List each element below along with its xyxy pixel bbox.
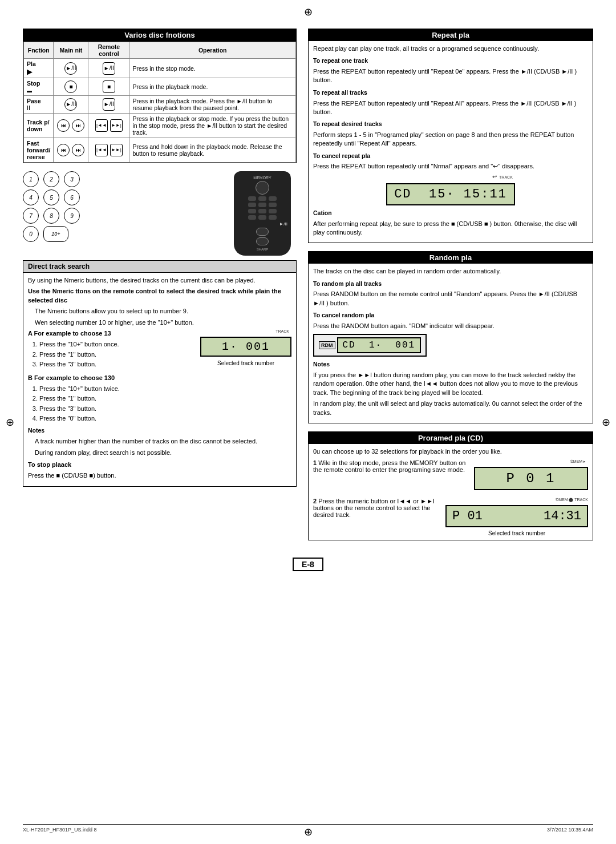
track-label: TRACK bbox=[200, 329, 289, 333]
repeat-intro: Repeat play can play one track, all trac… bbox=[313, 45, 588, 53]
op-pause: Press in the playback mode. Press the ►/… bbox=[129, 96, 296, 114]
func-ff: Fastforward/reerse bbox=[24, 138, 54, 163]
example-a-step-1: Press the "10+" button once. bbox=[39, 340, 191, 349]
ff-next-remote: ►►| bbox=[110, 144, 123, 156]
num-btn-10plus[interactable]: 10+ bbox=[43, 226, 68, 242]
random-notes-text: If you press the ►►I button during rando… bbox=[313, 371, 588, 397]
dts-lcd-area: TRACK 1· 001 Selected track number bbox=[200, 329, 291, 366]
dts-bold-instruction: Use the Nmeric ttons on the remote contr… bbox=[28, 287, 291, 305]
track-next-remote: ►►| bbox=[110, 119, 123, 132]
remote-small-btn-2 bbox=[258, 196, 266, 201]
main-stop: ■ bbox=[54, 78, 88, 96]
numpad-area: 1 2 3 4 5 6 7 8 9 0 bbox=[23, 171, 228, 244]
num-btn-8[interactable]: 8 bbox=[43, 208, 59, 224]
main-pause: ►/II bbox=[54, 96, 88, 114]
random-section: Random pla The tracks on the disc can be… bbox=[308, 251, 593, 423]
disc-functions-section: Varios disc fnotions Fnction Main nit Re… bbox=[23, 29, 297, 163]
prog-step2-text: Press the numeric button or I◄◄ or ►►I b… bbox=[313, 498, 435, 518]
page-num-row: E-8 bbox=[23, 553, 593, 576]
example-a-title: A For example to choose 13 bbox=[28, 329, 191, 338]
ff-next-main: ⏭ bbox=[72, 144, 84, 156]
play-main-btn: ►/II bbox=[64, 62, 77, 75]
repeat-one-text: Press the REPEAT button repeatedly until… bbox=[313, 67, 588, 85]
direct-track-search-header: Direct track search bbox=[23, 261, 296, 273]
example-b-step-3: Press the "3" button. bbox=[39, 405, 291, 413]
num-btn-1[interactable]: 1 bbox=[23, 171, 39, 187]
random-body: The tracks on the disc can be played in … bbox=[309, 264, 593, 423]
col-function: Fnction bbox=[24, 42, 54, 59]
remote-btn-row-2 bbox=[237, 203, 287, 207]
remote-memory-btn bbox=[256, 181, 269, 195]
page-outer: Varios disc fnotions Fnction Main nit Re… bbox=[0, 0, 616, 844]
remote-ff: |◄◄ ►►| bbox=[88, 138, 129, 163]
random-notes-title: Notes bbox=[313, 360, 588, 369]
ff-prev-main: ⏮ bbox=[57, 144, 70, 156]
prog-lcd1: P 0 1 bbox=[474, 467, 588, 490]
dts-note1: The Nmeric buttons allow you to select u… bbox=[28, 307, 291, 316]
remote-area: 1 2 3 4 5 6 7 8 9 0 bbox=[23, 171, 297, 256]
repeat-lcd-display: CD 15· 15:11 bbox=[386, 183, 515, 205]
random-notes-text-2: In random play, the unit will select and… bbox=[313, 399, 588, 417]
repeat-cancel-text: Press the REPEAT button repeatedly until… bbox=[313, 162, 588, 171]
col-main: Main nit bbox=[54, 42, 88, 59]
rdm-display-area: RDM CD 1· 001 bbox=[313, 334, 588, 357]
func-play: Pla ▶ bbox=[24, 59, 54, 78]
repeat-one-title: To repeat one track bbox=[313, 56, 588, 65]
num-btn-9[interactable]: 9 bbox=[64, 208, 80, 224]
func-track: Track p/down bbox=[24, 114, 54, 138]
remote-small-btn-3 bbox=[269, 196, 277, 201]
num-btn-7[interactable]: 7 bbox=[23, 208, 39, 224]
num-btn-0[interactable]: 0 bbox=[23, 226, 39, 242]
prog-step2-text-area: 2 Press the numeric button or I◄◄ or ►►I… bbox=[313, 498, 439, 518]
track-next-main: ⏭ bbox=[72, 119, 84, 132]
remote-play: ►/II bbox=[88, 59, 129, 78]
note-2: During random play, direct search is not… bbox=[28, 449, 291, 457]
random-cancel-title: To cancel random pla bbox=[313, 311, 588, 320]
table-row: Fastforward/reerse ⏮ ⏭ |◄◄ bbox=[24, 138, 296, 163]
note-1: A track number higher than the number of… bbox=[28, 437, 291, 446]
col-operation: Operation bbox=[129, 42, 296, 59]
dts-intro: By using the Nmeric buttons, the desired… bbox=[28, 276, 291, 285]
op-ff: Press and hold down in the playback mode… bbox=[129, 138, 296, 163]
remote-track: |◄◄ ►►| bbox=[88, 114, 129, 138]
numpad-row-2: 4 5 6 bbox=[23, 189, 228, 205]
prog-mem2-label: ⅁MEM ⬤ TRACK bbox=[445, 498, 588, 502]
disc-functions-table: Fnction Main nit Remote control Operatio… bbox=[23, 42, 296, 163]
num-btn-6[interactable]: 6 bbox=[64, 189, 80, 205]
page-number: E-8 bbox=[293, 558, 323, 571]
prog-body: 0u can choose up to 32 selections for pl… bbox=[309, 444, 593, 540]
page-footer: XL-HF201P_HF301P_US.indd 8 3/7/2012 10:3… bbox=[23, 824, 593, 833]
main-play: ►/II bbox=[54, 59, 88, 78]
rdm-label: RDM bbox=[319, 341, 335, 349]
example-b-step-1: Press the "10+" button twice. bbox=[39, 385, 291, 393]
repeat-header: Repeat pla bbox=[309, 29, 593, 41]
direct-track-search-body: By using the Nmeric buttons, the desired… bbox=[23, 273, 296, 486]
repeat-lcd-nums: CD 15· 15:11 bbox=[394, 187, 507, 201]
op-track: Press in the playback or stop mode. If y… bbox=[129, 114, 296, 138]
table-row: Pase II ►/II ►/II Press in the playback … bbox=[24, 96, 296, 114]
num-btn-3[interactable]: 3 bbox=[64, 171, 80, 187]
repeat-all-text: Press the REPEAT button repeatedly until… bbox=[313, 99, 588, 117]
repeat-icon: ↩ bbox=[492, 173, 497, 180]
dts-example-a: A For example to choose 13 Press the "10… bbox=[28, 329, 191, 370]
example-a-steps: Press the "10+" button once. Press the "… bbox=[28, 340, 191, 369]
prog-step1-text-area: 1 Wile in the stop mode, press the MEMOR… bbox=[313, 459, 467, 473]
example-a-step-2: Press the "1" button. bbox=[39, 350, 191, 359]
prog-step1-row: 1 Wile in the stop mode, press the MEMOR… bbox=[313, 459, 588, 493]
func-pause: Pase II bbox=[24, 96, 54, 114]
num-btn-5[interactable]: 5 bbox=[43, 189, 59, 205]
main-ff: ⏮ ⏭ bbox=[54, 138, 88, 163]
op-stop: Press in the playback mode. bbox=[129, 78, 296, 96]
dts-lcd-display: 1· 001 bbox=[200, 337, 291, 357]
numpad-row-1: 1 2 3 bbox=[23, 171, 228, 187]
stop-remote-btn: ■ bbox=[103, 80, 115, 93]
remote-play-btn bbox=[256, 228, 269, 236]
numpad-row-4: 0 10+ bbox=[23, 226, 228, 242]
remote-small-btn-6 bbox=[269, 203, 277, 207]
num-btn-4[interactable]: 4 bbox=[23, 189, 39, 205]
example-b-step-2: Press the "1" button. bbox=[39, 394, 291, 403]
numpad-row-3: 7 8 9 bbox=[23, 208, 228, 224]
num-btn-2[interactable]: 2 bbox=[43, 171, 59, 187]
random-intro: The tracks on the disc can be played in … bbox=[313, 267, 588, 276]
table-row: Stop ▬ ■ ■ Press in the playback mode. bbox=[24, 78, 296, 96]
